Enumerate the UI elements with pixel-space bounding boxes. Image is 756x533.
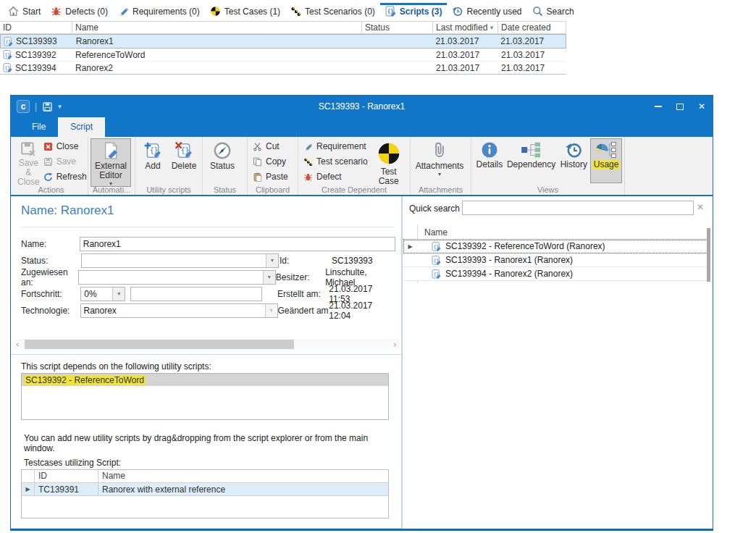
usage-explorer-panel: Quick search ✕ Name ▶ SC139392 - Referen… [402,196,713,529]
dependency-view-button[interactable]: Dependency [505,138,558,183]
cell-date-created: 21.03.2017 [501,63,545,73]
depends-item[interactable]: SC139392 - ReferenceToWord [22,374,388,386]
history-view-button[interactable]: History [557,138,590,183]
depends-listbox: SC139392 - ReferenceToWord [21,373,389,420]
testcases-header-name[interactable]: Name [98,470,388,482]
cell-date-created: 21.03.2017 [501,50,545,60]
grid-header-id[interactable]: ID [0,22,72,33]
qat-dropdown-icon[interactable]: ▾ [58,103,62,110]
scrollbar-thumb[interactable] [25,340,294,349]
status-select[interactable]: ▾ [81,253,279,268]
grid-header-name[interactable]: Name [72,22,362,33]
create-defect-button[interactable]: Defect [301,169,371,184]
tree-item-sc139392[interactable]: ▶ SC139392 - ReferenceToWord (Ranorex) [403,240,707,253]
testscenario-icon [303,157,313,167]
save-button[interactable]: Save [41,154,90,169]
create-test-scenario-button[interactable]: Test scenario [301,154,371,169]
grid-header-last-modified[interactable]: Last modified ▼ [433,22,498,33]
maximize-button[interactable] [669,96,691,117]
chevron-down-icon: ▾ [263,271,275,284]
attachments-button[interactable]: Attachments ▾ [413,138,466,183]
copy-button[interactable]: Copy [250,154,291,169]
scroll-left-icon[interactable]: ‹ [12,339,22,350]
script-icon [385,6,396,17]
tab-requirements[interactable]: Requirements (0) [113,3,205,21]
cell-last-modified: 21.03.2017 [436,50,479,60]
details-view-button[interactable]: Details [474,138,505,183]
tree-item-sc139394[interactable]: SC139394 - Ranorex2 (Ranorex) [403,267,707,281]
grid-row-sc139393[interactable]: SC139393 Ranorex1 21.03.2017 21.03.2017 [0,34,566,49]
create-requirement-button[interactable]: Requirement [301,139,371,154]
tab-test-cases[interactable]: Test Cases (1) [205,3,285,21]
cell-date-created: 21.03.2017 [500,36,544,46]
testcase-name: Ranorex with external reference [98,483,388,495]
progress-select[interactable]: 0% ▾ [80,287,125,301]
group-label-utility-scripts: Utility scripts [135,185,202,194]
scroll-right-icon[interactable]: › [390,339,400,350]
horizontal-scrollbar[interactable]: ‹ › [12,339,400,350]
grid-row-sc139392[interactable]: SC139392 ReferenceToWord 21.03.2017 21.0… [0,49,566,62]
external-editor-button[interactable]: External Editor ▾ [91,138,131,187]
form-row-technology: Technologie: Ranorex ▾ Geändert am 21.03… [21,302,395,319]
save-and-close-button[interactable]: Save & Close [17,138,41,188]
assigned-select[interactable]: ▾ [78,270,276,285]
scrollbar-track[interactable] [22,339,390,350]
group-label-automation: Automati... [88,185,135,194]
tree-name-column-header[interactable]: Name [424,227,448,238]
save-close-icon [20,141,36,157]
drag-drop-hint: You can add new utility scripts by drag&… [24,433,394,453]
depends-item-label: SC139392 - ReferenceToWord [24,375,146,385]
sort-desc-icon[interactable]: ▼ [489,25,495,31]
ribbon-tab-script[interactable]: Script [58,117,105,137]
refresh-button[interactable]: Refresh [41,169,90,184]
minimize-button[interactable] [647,96,669,117]
tab-test-scenarios[interactable]: Test Scenarios (0) [285,3,380,21]
add-utility-script-button[interactable]: Add [138,138,168,183]
delete-utility-script-button[interactable]: Delete [168,138,200,183]
usage-view-button[interactable]: Usage [590,138,622,183]
cut-button[interactable]: Cut [250,139,291,154]
testcase-row-tc139391[interactable]: ▶ TC139391 Ranorex with external referen… [22,483,388,496]
paste-button[interactable]: Paste [250,169,291,184]
grid-row-sc139394[interactable]: SC139394 Ranorex2 21.03.2017 21.03.2017 [0,62,566,75]
tab-start[interactable]: Start [3,3,46,21]
grid-header-date-created[interactable]: Date created [498,22,566,33]
vertical-scrollbar-thumb[interactable] [707,228,710,282]
save-icon[interactable] [42,101,53,112]
testcases-header-id[interactable]: ID [35,470,98,482]
tab-scripts-label: Scripts (3) [400,7,442,17]
external-editor-icon [101,141,120,160]
app-logo-icon[interactable]: c [17,100,30,113]
tree-item-label: SC139392 - ReferenceToWord (Ranorex) [445,241,605,251]
close-button[interactable]: ✕ [691,96,713,117]
delete-script-icon [175,141,193,160]
tab-recently-used[interactable]: Recently used [447,3,526,21]
tab-search[interactable]: Search [527,3,579,21]
row-marker-icon: ▶ [403,243,417,250]
ribbon-tab-bar: File Script [11,117,713,137]
dialog-content: Name: Ranorex1 Name: Status: ▾ Id: SC [11,196,713,529]
title-bar[interactable]: c | ▾ SC139393 - Ranorex1 ✕ [11,96,713,117]
tab-scripts[interactable]: Scripts (3) [380,3,448,21]
tree-item-label: SC139393 - Ranorex1 (Ranorex) [445,255,573,265]
group-label-attachments: Attachments [411,185,471,194]
id-label: Id: [280,256,332,266]
tree-item-sc139393[interactable]: SC139393 - Ranorex1 (Ranorex) [403,253,707,267]
clear-search-icon[interactable]: ✕ [697,202,704,212]
create-test-case-button[interactable]: Test Case [371,138,407,187]
close-script-button[interactable]: Close [41,139,90,154]
quick-search-input[interactable] [462,201,694,215]
technology-select[interactable]: Ranorex ▾ [80,303,278,318]
grid-header-status[interactable]: Status [362,22,433,33]
ribbon-tab-file[interactable]: File [20,117,58,137]
status-button[interactable]: Status [205,138,240,183]
owner-label: Besitzer: [276,272,325,282]
script-icon [432,256,441,265]
name-input[interactable] [80,237,395,251]
tab-defects[interactable]: Defects (0) [46,3,113,21]
tab-search-label: Search [547,7,574,17]
dependency-icon [521,141,542,159]
progress-extra-input[interactable] [130,287,262,301]
bug-icon [51,6,62,17]
details-panel: Name: Ranorex1 Name: Status: ▾ Id: SC [11,196,402,529]
